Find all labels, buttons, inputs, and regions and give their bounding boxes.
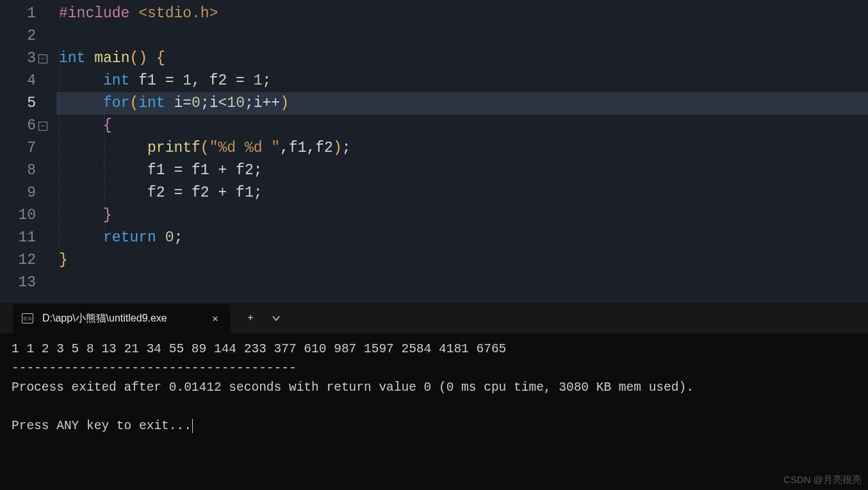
code-line[interactable]: for(int i=0;i<10;i++) xyxy=(56,92,868,115)
exit-message: Process exited after 0.01412 seconds wit… xyxy=(12,380,694,395)
line-number: 5 xyxy=(0,92,51,115)
separator-line: -------------------------------------- xyxy=(12,361,297,375)
line-number: 12 xyxy=(0,249,51,272)
close-icon[interactable]: ✕ xyxy=(209,313,222,325)
line-number: 9 xyxy=(0,182,51,204)
code-line[interactable]: int f1 = 1, f2 = 1; xyxy=(56,70,868,92)
exit-prompt: Press ANY key to exit... xyxy=(12,419,192,433)
fold-icon[interactable]: − xyxy=(38,122,47,131)
terminal-cursor xyxy=(192,419,193,433)
tab-dropdown-button[interactable] xyxy=(264,306,288,331)
code-editor[interactable]: 123−456−78910111213 #include <stdio.h>in… xyxy=(0,0,868,301)
terminal-panel: C:\\ D:\app\小熊猫\untitled9.exe ✕ + 1 1 2 … xyxy=(0,301,868,490)
line-number: 8 xyxy=(0,159,51,182)
line-number: 3− xyxy=(0,47,51,70)
line-number-gutter: 123−456−78910111213 xyxy=(0,3,56,294)
code-line[interactable]: return 0; xyxy=(56,227,868,249)
line-number: 4 xyxy=(0,70,51,92)
new-tab-button[interactable]: + xyxy=(237,306,264,331)
line-number: 1 xyxy=(0,3,51,25)
watermark: CSDN @月亮很亮 xyxy=(783,474,862,486)
terminal-tab-title: D:\app\小熊猫\untitled9.exe xyxy=(42,312,200,325)
program-output: 1 1 2 3 5 8 13 21 34 55 89 144 233 377 6… xyxy=(12,342,506,356)
code-line[interactable]: int main() { xyxy=(56,47,868,70)
code-line[interactable]: f1 = f1 + f2; xyxy=(56,159,868,182)
terminal-tab-bar: C:\\ D:\app\小熊猫\untitled9.exe ✕ + xyxy=(0,301,868,333)
fold-icon[interactable]: − xyxy=(38,54,47,63)
code-line[interactable]: } xyxy=(56,204,868,227)
line-number: 10 xyxy=(0,204,51,227)
code-line[interactable]: { xyxy=(56,115,868,137)
terminal-output: 1 1 2 3 5 8 13 21 34 55 89 144 233 377 6… xyxy=(0,333,868,442)
code-line[interactable] xyxy=(56,272,868,294)
code-line[interactable]: } xyxy=(56,249,868,272)
line-number: 7 xyxy=(0,137,51,159)
line-number: 13 xyxy=(0,272,51,294)
code-content[interactable]: #include <stdio.h>int main() { int f1 = … xyxy=(56,3,868,294)
line-number: 6− xyxy=(0,115,51,137)
terminal-tab[interactable]: C:\\ D:\app\小熊猫\untitled9.exe ✕ xyxy=(13,304,231,333)
line-number: 11 xyxy=(0,227,51,249)
code-line[interactable]: printf("%d %d ",f1,f2); xyxy=(56,137,868,159)
code-line[interactable]: #include <stdio.h> xyxy=(56,3,868,25)
code-line[interactable] xyxy=(56,25,868,47)
terminal-icon: C:\\ xyxy=(22,313,33,323)
line-number: 2 xyxy=(0,25,51,47)
code-line[interactable]: f2 = f2 + f1; xyxy=(56,182,868,204)
